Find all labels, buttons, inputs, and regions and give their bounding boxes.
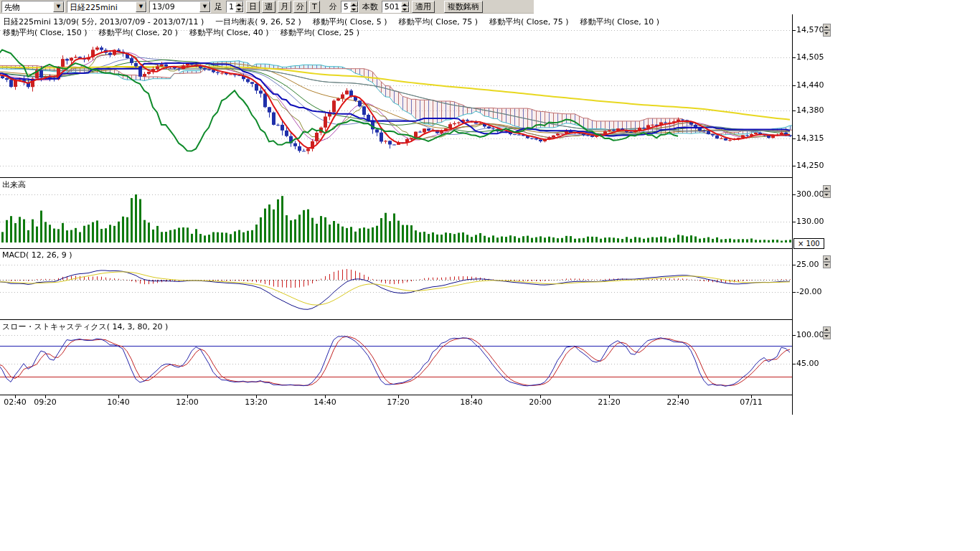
apply-button[interactable]: 適用: [412, 1, 435, 13]
period-month-button[interactable]: 月: [278, 1, 291, 13]
scroll-up-icon[interactable]: [823, 24, 831, 30]
spin-down-icon[interactable]: [350, 6, 358, 12]
chevron-down-icon[interactable]: ▼: [53, 1, 64, 12]
scroll-up-icon[interactable]: [823, 326, 831, 333]
count-input[interactable]: 501: [382, 1, 410, 13]
chevron-down-icon[interactable]: ▼: [136, 1, 146, 12]
volume-scale-spinner[interactable]: [823, 185, 831, 199]
multi-symbol-button[interactable]: 複数銘柄: [444, 1, 483, 13]
ashi-label: 足: [213, 1, 224, 12]
contract-select[interactable]: 13/09 ▼: [149, 1, 211, 13]
spin-up-icon[interactable]: [350, 1, 358, 7]
scroll-down-icon[interactable]: [823, 192, 831, 198]
count-spinner: [401, 1, 409, 12]
chart-canvas[interactable]: [0, 0, 980, 551]
macd-scale-spinner[interactable]: [823, 255, 831, 269]
interval-input[interactable]: 1: [226, 1, 244, 13]
period-tick-button[interactable]: T: [309, 1, 320, 13]
category-select-value: 先物: [2, 1, 53, 12]
period-minute-button[interactable]: 分: [293, 1, 307, 13]
symbol-select-value: 日経225mini: [67, 1, 136, 12]
chevron-down-icon[interactable]: ▼: [199, 1, 210, 12]
scroll-up-icon[interactable]: [823, 185, 831, 192]
spin-up-icon[interactable]: [235, 1, 243, 7]
interval-spinner: [235, 1, 243, 12]
scroll-down-icon[interactable]: [823, 262, 831, 268]
scroll-down-icon[interactable]: [823, 30, 831, 37]
stoch-scale-spinner[interactable]: [823, 326, 831, 340]
minute-value[interactable]: 5: [341, 1, 350, 12]
minute-spinner: [350, 1, 358, 12]
spin-up-icon[interactable]: [401, 1, 409, 7]
minute-label: 分: [328, 1, 339, 12]
count-value[interactable]: 501: [382, 1, 401, 12]
price-scale-spinner[interactable]: [823, 24, 831, 37]
symbol-select[interactable]: 日経225mini ▼: [67, 1, 147, 13]
spin-down-icon[interactable]: [235, 6, 243, 12]
count-label: 本数: [361, 1, 380, 12]
minute-input[interactable]: 5: [341, 1, 359, 13]
interval-value[interactable]: 1: [227, 1, 235, 12]
spin-down-icon[interactable]: [401, 6, 409, 12]
contract-select-value: 13/09: [150, 1, 199, 12]
category-select[interactable]: 先物 ▼: [1, 1, 65, 13]
period-week-button[interactable]: 週: [262, 1, 275, 13]
scroll-down-icon[interactable]: [823, 333, 831, 339]
scroll-up-icon[interactable]: [823, 255, 831, 262]
app-window: 先物 ▼ 日経225mini ▼ 13/09 ▼ 足 1 日 週 月 分 T 分…: [0, 0, 980, 551]
toolbar: 先物 ▼ 日経225mini ▼ 13/09 ▼ 足 1 日 週 月 分 T 分…: [0, 0, 534, 14]
period-day-button[interactable]: 日: [246, 1, 260, 13]
